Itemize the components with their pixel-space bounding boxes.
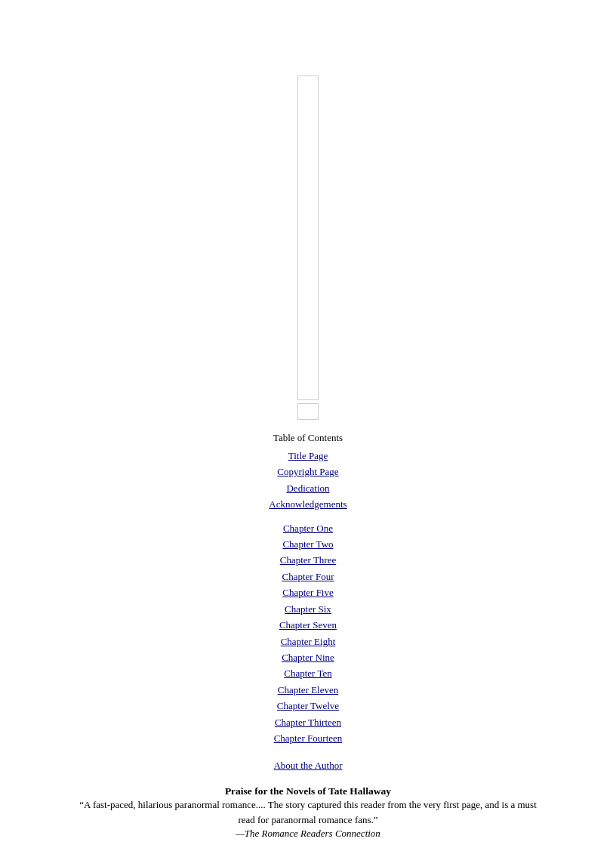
- toc-link-chapter-three[interactable]: Chapter Three: [269, 552, 346, 568]
- toc-link-chapter-six[interactable]: Chapter Six: [269, 601, 346, 617]
- praise-source: —The Romance Readers Connection: [74, 828, 542, 840]
- toc-link-chapter-two[interactable]: Chapter Two: [269, 536, 346, 552]
- praise-quote: “A fast-paced, hilarious paranormal roma…: [74, 797, 542, 828]
- toc-link-chapter-thirteen[interactable]: Chapter Thirteen: [269, 714, 346, 730]
- toc-link-chapter-ten[interactable]: Chapter Ten: [269, 665, 346, 681]
- toc-link-chapter-fourteen[interactable]: Chapter Fourteen: [269, 730, 346, 746]
- praise-section: Praise for the Novels of Tate Hallaway “…: [74, 785, 542, 840]
- toc-link-chapter-nine[interactable]: Chapter Nine: [269, 649, 346, 665]
- book-image-area: [297, 76, 319, 420]
- table-of-contents: Table of Contents Title PageCopyright Pa…: [269, 430, 346, 773]
- toc-link-chapter-five[interactable]: Chapter Five: [269, 584, 346, 600]
- toc-chapters-group: Chapter OneChapter TwoChapter ThreeChapt…: [269, 520, 346, 747]
- toc-frontmatter-group: Title PageCopyright PageDedicationAcknow…: [269, 448, 346, 513]
- toc-link-chapter-eleven[interactable]: Chapter Eleven: [269, 682, 346, 698]
- toc-header: Table of Contents: [269, 430, 346, 446]
- toc-link-chapter-four[interactable]: Chapter Four: [269, 569, 346, 584]
- toc-link-acknowledgements[interactable]: Acknowledgements: [269, 496, 346, 512]
- toc-link-chapter-eight[interactable]: Chapter Eight: [269, 634, 346, 649]
- toc-link-chapter-twelve[interactable]: Chapter Twelve: [269, 698, 346, 714]
- toc-link-dedication[interactable]: Dedication: [269, 480, 346, 496]
- toc-link-about-the-author[interactable]: About the Author: [269, 757, 346, 773]
- book-bottom: [297, 403, 319, 420]
- book-cover: [297, 76, 319, 400]
- toc-backmatter-group: About the Author: [269, 757, 346, 773]
- toc-link-copyright-page[interactable]: Copyright Page: [269, 464, 346, 480]
- toc-link-chapter-one[interactable]: Chapter One: [269, 520, 346, 536]
- toc-link-title-page[interactable]: Title Page: [269, 448, 346, 464]
- toc-link-chapter-seven[interactable]: Chapter Seven: [269, 617, 346, 633]
- praise-title: Praise for the Novels of Tate Hallaway: [74, 785, 542, 797]
